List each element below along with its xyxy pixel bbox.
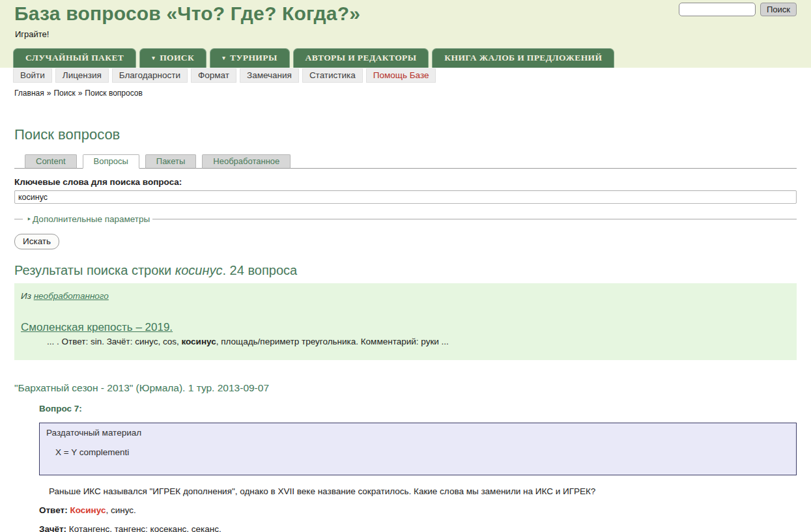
tab-packages[interactable]: Пакеты bbox=[145, 154, 197, 169]
unprocessed-results-box: Из необработанного Смоленская крепость –… bbox=[14, 283, 797, 360]
question-number-label: Вопрос 7: bbox=[39, 404, 797, 413]
tab-unprocessed[interactable]: Необработанное bbox=[202, 154, 291, 169]
keyword-search-input[interactable] bbox=[14, 190, 797, 204]
results-heading: Результаты поиска строки косинус. 24 воп… bbox=[14, 263, 797, 278]
search-submit-button[interactable]: Искать bbox=[14, 234, 59, 249]
nav-item-complaints-book[interactable]: КНИГА ЖАЛОБ И ПРЕДЛОЖЕНИЙ bbox=[432, 48, 614, 68]
handout-title: Раздаточный материал bbox=[46, 428, 790, 438]
breadcrumb: Главная»Поиск»Поиск вопросов bbox=[14, 89, 811, 98]
subnav-item-help-base[interactable]: Помощь Базе bbox=[366, 68, 436, 83]
subnav-item-thanks[interactable]: Благодарности bbox=[112, 68, 188, 83]
breadcrumb-separator: » bbox=[78, 89, 83, 98]
question-text: Раньше ИКС назывался "ИГРЕК дополнения",… bbox=[49, 486, 797, 496]
subnav-item-remarks[interactable]: Замечания bbox=[240, 68, 299, 83]
accept-line: Зачёт: Котангенс, тангенс; косеканс, сек… bbox=[39, 524, 797, 532]
subnav-item-format[interactable]: Формат bbox=[191, 68, 236, 83]
results-query: косинус bbox=[175, 263, 223, 277]
snippet-match: косинус bbox=[181, 337, 216, 346]
nav-item-authors-editors[interactable]: АВТОРЫ И РЕДАКТОРЫ bbox=[293, 48, 429, 68]
nav-item-tournaments[interactable]: ▾ТУРНИРЫ bbox=[210, 48, 289, 68]
page-title: Поиск вопросов bbox=[14, 126, 797, 143]
header-search-input[interactable] bbox=[679, 3, 756, 16]
keyword-search-label: Ключевые слова для поиска вопроса: bbox=[14, 177, 797, 187]
nav-item-random-package[interactable]: СЛУЧАЙНЫЙ ПАКЕТ bbox=[13, 48, 136, 68]
unprocessed-link[interactable]: необработанного bbox=[34, 291, 109, 301]
header-search-button[interactable]: Поиск bbox=[760, 3, 797, 16]
breadcrumb-current: Поиск вопросов bbox=[85, 89, 143, 98]
handout-body: X = Y complementi bbox=[55, 447, 790, 457]
tab-bar: Content Вопросы Пакеты Необработанное bbox=[14, 154, 797, 169]
subnav-item-license[interactable]: Лицензия bbox=[55, 68, 109, 83]
result-snippet: ... . Ответ: sin. Зачёт: синус, cos, кос… bbox=[47, 337, 789, 346]
breadcrumb-separator: » bbox=[47, 89, 51, 98]
main-nav: СЛУЧАЙНЫЙ ПАКЕТ ▾ПОИСК ▾ТУРНИРЫ АВТОРЫ И… bbox=[13, 48, 811, 68]
package-result-link[interactable]: Смоленская крепость – 2019. bbox=[21, 321, 173, 334]
chevron-down-icon: ▾ bbox=[152, 55, 155, 61]
subnav-item-statistics[interactable]: Статистика bbox=[302, 68, 363, 83]
main-content: Поиск вопросов Content Вопросы Пакеты Не… bbox=[14, 126, 797, 532]
divider bbox=[152, 219, 797, 219]
site-header: База вопросов «Что? Где? Когда?» Играйте… bbox=[0, 0, 811, 68]
handout-box: Раздаточный материал X = Y complementi bbox=[39, 423, 797, 475]
divider bbox=[14, 219, 23, 219]
answer-line: Ответ: Косинус, синус. bbox=[39, 505, 797, 515]
question-block: Вопрос 7: Раздаточный материал X = Y com… bbox=[39, 404, 797, 532]
answer-match: Косинус bbox=[70, 505, 106, 515]
secondary-nav: Войти Лицензия Благодарности Формат Заме… bbox=[0, 68, 811, 83]
from-unprocessed-line: Из необработанного bbox=[21, 291, 789, 301]
breadcrumb-search[interactable]: Поиск bbox=[53, 89, 75, 98]
tournament-result-link[interactable]: "Бархатный сезон - 2013" (Юрмала). 1 тур… bbox=[14, 382, 269, 394]
breadcrumb-home[interactable]: Главная bbox=[14, 89, 44, 98]
advanced-params-toggle[interactable]: Дополнительные параметры bbox=[33, 214, 150, 224]
chevron-down-icon: ▾ bbox=[222, 55, 225, 61]
site-subtitle: Играйте! bbox=[15, 29, 811, 39]
advanced-params-toggle-row: ‣ Дополнительные параметры bbox=[14, 214, 797, 224]
tab-content[interactable]: Content bbox=[25, 154, 77, 169]
subnav-item-login[interactable]: Войти bbox=[13, 68, 52, 83]
header-search: Поиск bbox=[679, 3, 797, 16]
triangle-right-icon: ‣ bbox=[27, 215, 31, 224]
tab-questions[interactable]: Вопросы bbox=[83, 154, 139, 169]
nav-item-search[interactable]: ▾ПОИСК bbox=[139, 48, 206, 68]
